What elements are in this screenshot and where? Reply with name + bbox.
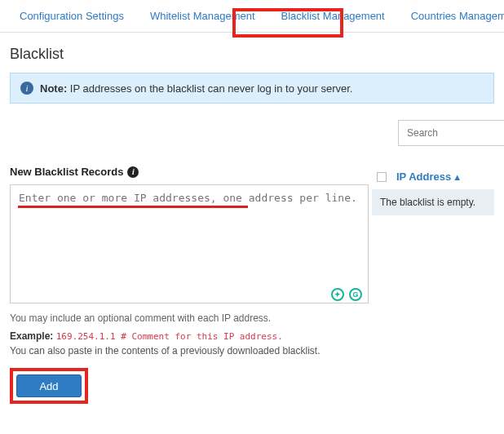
tab-configuration-settings[interactable]: Configuration Settings	[7, 0, 137, 32]
select-all-checkbox[interactable]	[377, 172, 387, 182]
note-text: IP addresses on the blacklist can never …	[70, 82, 353, 95]
grammarly-widget: ✦ G	[331, 288, 362, 301]
page-title: Blacklist	[0, 33, 504, 73]
tab-blacklist-management[interactable]: Blacklist Management	[268, 0, 398, 32]
blacklist-table-header: IP Address▲	[372, 146, 494, 189]
info-icon: i	[20, 82, 33, 95]
tab-countries-management[interactable]: Countries Management	[398, 0, 504, 32]
grammarly-shield-icon: ✦	[331, 288, 344, 301]
help-text-comment: You may include an optional comment with…	[10, 306, 372, 326]
example-code: 169.254.1.1 # Comment for this IP addres…	[56, 331, 283, 342]
note-banner: i Note: IP addresses on the blacklist ca…	[10, 73, 494, 104]
note-label: Note:	[40, 82, 67, 95]
new-records-heading: New Blacklist Records i	[10, 146, 372, 184]
column-ip-address[interactable]: IP Address▲	[396, 170, 462, 183]
search-input[interactable]	[398, 120, 504, 146]
blacklist-empty-row: The blacklist is empty.	[372, 189, 494, 215]
help-icon[interactable]: i	[127, 166, 139, 178]
add-button[interactable]: Add	[16, 374, 82, 397]
tab-bar: Configuration Settings Whitelist Managem…	[0, 0, 504, 33]
tab-whitelist-management[interactable]: Whitelist Management	[137, 0, 268, 32]
sort-asc-icon: ▲	[453, 172, 462, 182]
help-text-paste: You can also paste in the contents of a …	[10, 343, 372, 365]
grammarly-g-icon: G	[349, 288, 362, 301]
example-label: Example:	[10, 330, 53, 342]
ip-addresses-textarea[interactable]	[10, 184, 369, 303]
